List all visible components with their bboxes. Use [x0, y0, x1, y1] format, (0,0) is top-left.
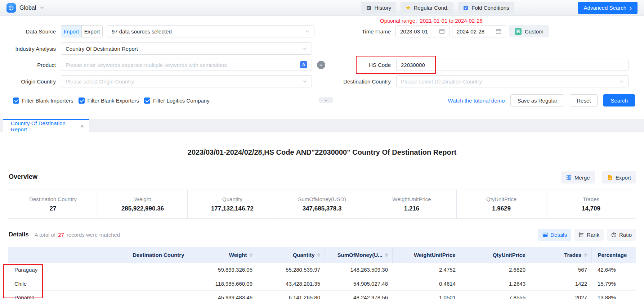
stat-label: Quantity [222, 196, 242, 202]
cell-qty-unit-price: 2.6820 [460, 263, 530, 277]
advanced-search-button[interactable]: Advanced Search › [578, 2, 638, 14]
date-end-value: 2024-02-28 [457, 28, 484, 35]
table-column-header[interactable]: SumOfMoney(U... [325, 247, 392, 263]
custom-label: Custom [525, 28, 544, 35]
close-icon[interactable]: × [80, 123, 84, 130]
cell-destination-country: Chile [8, 277, 189, 290]
stat-value: 177,132,146.72 [211, 205, 254, 212]
destination-country-label: Destination Country [337, 78, 391, 85]
report-tab-strip: Country Of Destination Report × [0, 119, 644, 132]
stat-label: Destination Country [29, 196, 77, 202]
sort-icon[interactable] [385, 253, 388, 257]
view-rank-button[interactable]: Rank [574, 229, 604, 241]
view-ratio-label: Ratio [619, 232, 632, 238]
custom-range-button[interactable]: ⌘ Custom [509, 25, 549, 37]
table-icon [542, 232, 548, 237]
table-column-header[interactable]: QtyUnitPrice [460, 247, 530, 263]
region-selector[interactable]: Global [6, 3, 44, 13]
origin-country-select[interactable]: Please select Origin Country [61, 75, 312, 87]
merge-button[interactable]: Merge [561, 171, 595, 184]
overview-stat: QtyUnitPrice 1.9629 [457, 190, 546, 218]
column-label: Quantity [293, 252, 315, 258]
cell-weight-unit-price: 2.4752 [392, 263, 460, 277]
stat-label: QtyUnitPrice [486, 196, 516, 202]
industry-analysis-select[interactable]: Country Of Destination Report [61, 42, 312, 55]
export-button[interactable]: Export [602, 171, 636, 184]
product-input[interactable]: Please enter keywords,separate multiple … [61, 59, 312, 71]
chevron-down-icon [305, 29, 310, 34]
sort-icon[interactable] [317, 253, 320, 257]
product-label: Product [0, 62, 56, 68]
cell-percentage: 15.79% [591, 277, 636, 290]
table-row[interactable]: Panama 45,939,483.46 6,141,265.80 48,242… [8, 290, 636, 299]
data-sources-select[interactable]: 97 data sources selected [107, 25, 314, 37]
chevron-down-icon [619, 79, 624, 84]
history-button[interactable]: History [361, 2, 397, 14]
matched-records-text: A total of27records were matched [35, 232, 120, 238]
merge-label: Merge [574, 175, 590, 181]
collapse-conditions-button[interactable] [318, 97, 334, 103]
table-row[interactable]: Chile 118,985,660.09 43,428,201.35 54,90… [8, 277, 636, 290]
table-column-header[interactable]: Percentage [591, 247, 636, 263]
hs-code-input[interactable]: 22030000 [396, 59, 629, 71]
industry-analysis-label: Industry Analysis [0, 46, 56, 52]
matched-count: 27 [58, 232, 64, 238]
reset-button[interactable]: Reset [570, 94, 598, 107]
destination-country-placeholder: Please select Destination Country [401, 78, 482, 85]
view-details-button[interactable]: Details [538, 229, 571, 241]
checkbox-icon[interactable] [13, 98, 19, 104]
report-title: 2023/03/01-2024/02/28,HS Code AND"220300… [0, 148, 644, 157]
save-as-regular-button[interactable]: Save as Regular [510, 94, 564, 107]
chevron-down-icon [303, 79, 307, 84]
table-row[interactable]: Paraguay 59,899,326.05 55,280,539.97 148… [8, 263, 636, 277]
cell-percentage: 42.64% [591, 263, 636, 277]
checkbox-icon[interactable] [144, 98, 150, 104]
checkbox-icon[interactable] [79, 98, 85, 104]
fold-icon [463, 5, 469, 11]
checkbox-label: Filter Blank Importers [22, 98, 73, 104]
tutorial-demo-link[interactable]: Watch the tutorial demo [448, 98, 505, 104]
overview-heading: Overview [9, 173, 37, 181]
export-icon [607, 175, 613, 180]
chevron-down-icon [324, 99, 328, 102]
translate-icon[interactable]: A [300, 61, 307, 68]
cell-percentage: 13.88% [591, 290, 636, 299]
view-ratio-button[interactable]: Ratio [607, 229, 636, 241]
column-label: Trades [564, 252, 581, 258]
sort-icon[interactable] [250, 253, 252, 257]
origin-country-label: Origin Country [0, 78, 56, 85]
table-column-header[interactable]: Quantity [257, 247, 325, 263]
details-heading: Details [9, 231, 29, 238]
filter-checkbox[interactable]: Filter Blank Importers [13, 98, 73, 104]
import-option[interactable]: Import [61, 26, 82, 37]
table-column-header[interactable]: WeightUnitPrice [392, 247, 460, 263]
column-label: Destination Country [133, 252, 184, 258]
stat-label: Weight [134, 196, 151, 202]
search-button[interactable]: Search [603, 94, 635, 107]
cell-destination-country: Panama [8, 290, 189, 299]
fold-conditions-button[interactable]: Fold Conditions [458, 2, 514, 14]
cell-weight-unit-price: 1.0501 [392, 290, 460, 299]
destination-country-select[interactable]: Please select Destination Country [396, 75, 629, 87]
language-icon[interactable]: ≡ [317, 61, 325, 69]
report-content: 2023/03/01-2024/02/28,HS Code AND"220300… [0, 132, 644, 299]
top-bar: Global History ★ Regular Cond. Fold Cond… [0, 0, 644, 16]
table-column-header[interactable]: Weight [189, 247, 257, 263]
table-header-row: Destination Country Weight [8, 247, 636, 263]
cell-quantity: 43,428,201.35 [257, 277, 325, 290]
hs-code-label: HS Code [337, 62, 391, 68]
sort-icon[interactable] [584, 253, 587, 257]
date-start-input[interactable]: 2023-03-01 [395, 25, 450, 37]
table-column-header[interactable]: Trades [530, 247, 591, 263]
fold-conditions-label: Fold Conditions [471, 5, 509, 11]
merge-icon [566, 175, 572, 180]
date-end-input[interactable]: 2024-02-28 [452, 25, 506, 37]
table-column-header[interactable]: Destination Country [8, 247, 189, 263]
filter-checkbox[interactable]: Filter Blank Exporters [79, 98, 139, 104]
regular-cond-button[interactable]: ★ Regular Cond. [401, 2, 453, 14]
cell-qty-unit-price: 1.2643 [460, 277, 530, 290]
export-option[interactable]: Export [82, 26, 102, 37]
view-details-label: Details [550, 232, 567, 238]
filter-checkbox[interactable]: Filter Logitics Company [144, 98, 210, 104]
tab-country-of-destination-report[interactable]: Country Of Destination Report × [3, 119, 89, 132]
